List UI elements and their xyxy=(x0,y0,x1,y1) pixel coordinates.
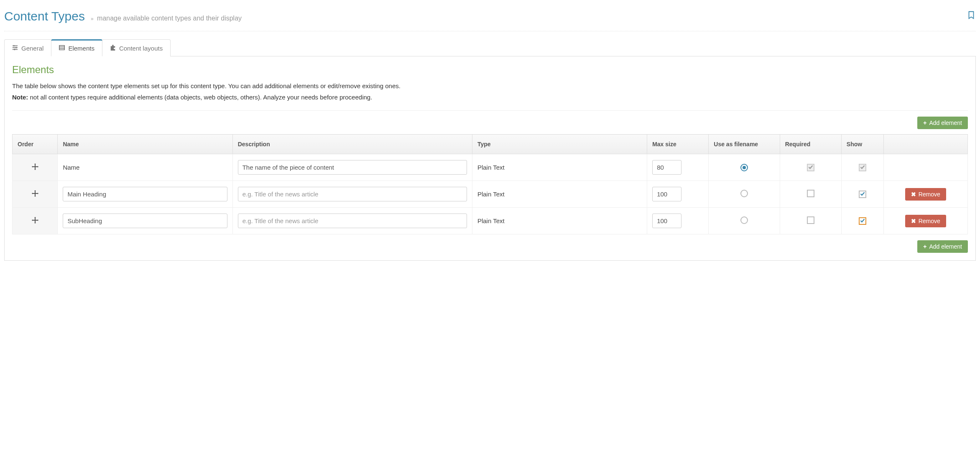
col-header-description: Description xyxy=(232,135,472,154)
required-checkbox[interactable] xyxy=(807,190,814,197)
show-checkbox[interactable] xyxy=(859,191,866,198)
name-input[interactable] xyxy=(63,214,227,228)
type-cell: Plain Text xyxy=(472,181,647,208)
intro-text-1: The table below shows the content type e… xyxy=(12,81,968,91)
tabs: General Elements Content layouts xyxy=(4,39,976,56)
plus-icon: + xyxy=(923,120,926,126)
max-size-input[interactable] xyxy=(652,214,681,228)
button-label: Remove xyxy=(919,191,940,197)
svg-rect-6 xyxy=(59,46,64,50)
description-input[interactable] xyxy=(238,160,467,175)
add-element-button-bottom[interactable]: + Add element xyxy=(917,240,968,253)
show-checkbox[interactable] xyxy=(859,217,866,225)
list-icon xyxy=(59,45,65,52)
svg-rect-4 xyxy=(16,47,17,48)
svg-rect-1 xyxy=(13,47,18,48)
tab-general[interactable]: General xyxy=(4,39,51,56)
col-header-required: Required xyxy=(780,135,841,154)
puzzle-icon xyxy=(110,45,116,52)
action-bar-top: + Add element xyxy=(12,117,968,129)
use-as-filename-radio[interactable] xyxy=(740,190,748,197)
table-row: NamePlain Text xyxy=(13,154,968,181)
page-title: Content Types xyxy=(4,9,85,23)
description-input[interactable] xyxy=(238,187,467,201)
add-element-button-top[interactable]: + Add element xyxy=(917,117,968,129)
show-checkbox xyxy=(859,164,866,171)
svg-rect-3 xyxy=(14,45,15,46)
tab-panel-elements: Elements The table below shows the conte… xyxy=(4,56,976,261)
col-header-order: Order xyxy=(13,135,58,154)
note-label: Note: xyxy=(12,94,28,101)
bookmark-icon[interactable] xyxy=(967,10,976,22)
col-header-name: Name xyxy=(58,135,232,154)
svg-rect-5 xyxy=(14,48,15,50)
table-row: Plain Text✖Remove xyxy=(13,181,968,208)
type-cell: Plain Text xyxy=(472,154,647,181)
table-row: Plain Text✖Remove xyxy=(13,208,968,234)
elements-table: Order Name Description Type Max size Use… xyxy=(12,134,968,234)
max-size-input[interactable] xyxy=(652,160,681,175)
col-header-type: Type xyxy=(472,135,647,154)
intro-text-2: Note: not all content types require addi… xyxy=(12,93,968,102)
page-subtitle: » manage available content types and the… xyxy=(91,15,242,22)
tab-label: General xyxy=(21,45,43,52)
col-header-use-as-filename: Use as filename xyxy=(709,135,780,154)
sliders-icon xyxy=(12,45,18,52)
type-cell: Plain Text xyxy=(472,208,647,234)
col-header-actions xyxy=(883,135,967,154)
tab-label: Content layouts xyxy=(119,45,163,52)
col-header-max-size: Max size xyxy=(647,135,709,154)
x-icon: ✖ xyxy=(911,218,916,224)
button-label: Add element xyxy=(929,244,962,249)
required-checkbox[interactable] xyxy=(807,216,814,224)
plus-icon: + xyxy=(923,244,926,249)
chevron-right-double-icon: » xyxy=(91,16,94,22)
name-input[interactable] xyxy=(63,187,227,201)
button-label: Remove xyxy=(919,218,940,224)
move-handle-icon[interactable] xyxy=(32,164,38,171)
x-icon: ✖ xyxy=(911,191,916,197)
remove-button[interactable]: ✖Remove xyxy=(905,188,946,201)
move-handle-icon[interactable] xyxy=(32,191,38,198)
tab-label: Elements xyxy=(68,45,94,52)
page-header: Content Types » manage available content… xyxy=(4,4,976,31)
divider xyxy=(12,110,968,111)
svg-rect-0 xyxy=(13,45,18,46)
remove-button[interactable]: ✖Remove xyxy=(905,215,946,227)
button-label: Add element xyxy=(929,120,962,126)
tab-elements[interactable]: Elements xyxy=(51,39,102,56)
tab-content-layouts[interactable]: Content layouts xyxy=(102,39,171,56)
use-as-filename-radio[interactable] xyxy=(740,216,748,224)
description-input[interactable] xyxy=(238,214,467,228)
max-size-input[interactable] xyxy=(652,187,681,201)
use-as-filename-radio[interactable] xyxy=(740,164,748,171)
name-static: Name xyxy=(58,154,232,181)
action-bar-bottom: + Add element xyxy=(12,240,968,253)
col-header-show: Show xyxy=(841,135,883,154)
move-handle-icon[interactable] xyxy=(32,218,38,225)
required-checkbox xyxy=(807,164,814,171)
section-title: Elements xyxy=(12,64,968,76)
